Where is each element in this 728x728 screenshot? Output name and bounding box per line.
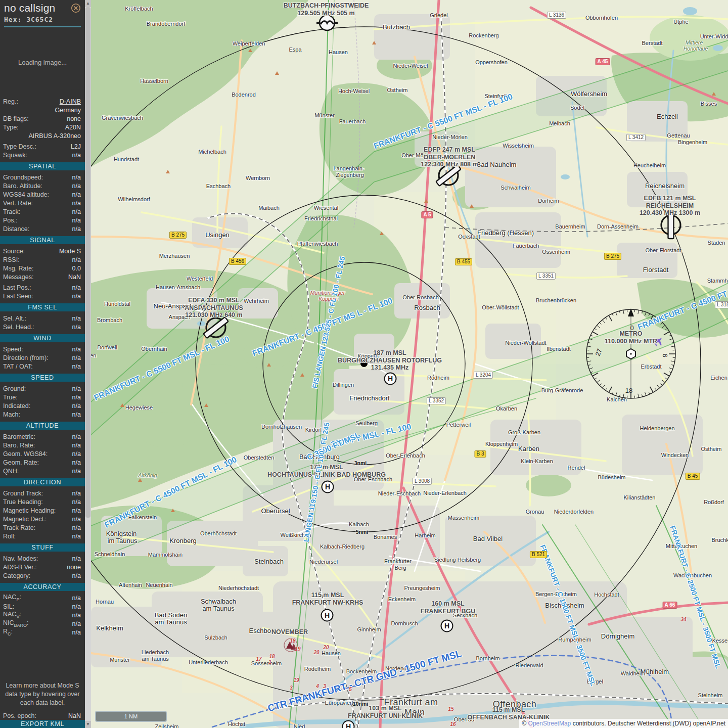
info-row: SIL:n/a: [0, 602, 85, 611]
info-value: n/a: [72, 468, 81, 475]
section-header-accuracy: ACCURACY: [0, 583, 85, 591]
info-row: Vert. Rate:n/a: [0, 199, 85, 207]
export-kml-button[interactable]: EXPORT KML: [0, 720, 85, 728]
photo-loading-text: Loading image...: [18, 59, 67, 66]
info-label: Track:: [3, 208, 20, 215]
info-label: ADS-B Ver.:: [3, 564, 37, 571]
map-canvas[interactable]: H: [91, 0, 728, 728]
info-label: Groundspeed:: [3, 174, 43, 181]
mode-s-note: Learn more about Mode S data type by hov…: [2, 681, 83, 707]
info-value: n/a: [72, 225, 81, 233]
info-label: True Heading:: [3, 498, 43, 506]
info-label: Nav. Modes:: [3, 555, 38, 562]
info-label: Magnetic Decl.:: [3, 516, 47, 523]
attribution-osm-link[interactable]: OpenStreetMap: [528, 720, 571, 727]
info-row: Distance:n/a: [0, 224, 85, 233]
flight-tracker-app: no callsign Hex: 3C65C2 Loading image...…: [0, 0, 728, 728]
info-value: NaN: [68, 274, 81, 281]
info-value: n/a: [72, 459, 81, 466]
attribution-copyright: ©: [522, 720, 528, 727]
info-row: Baro. Altitude:n/a: [0, 181, 85, 190]
heli-icon: [385, 373, 396, 385]
info-value: n/a: [72, 191, 81, 198]
info-row: Roll:n/a: [0, 532, 85, 540]
section-header-direction: DIRECTION: [0, 478, 85, 486]
info-value-link[interactable]: D-AINB: [60, 98, 81, 105]
info-row: Ground Track:n/a: [0, 489, 85, 497]
info-label: NACV:: [3, 611, 21, 619]
info-label: Sel. Head.:: [3, 324, 34, 331]
info-value: A20N: [65, 124, 81, 131]
info-label: RC:: [3, 628, 13, 636]
info-row: Ground:n/a: [0, 384, 85, 393]
info-value: AIRBUS A-320neo: [28, 132, 81, 140]
section-header-signal: SIGNAL: [0, 236, 85, 244]
map-attribution: © OpenStreetMap contributors. Deutscher …: [519, 719, 728, 728]
info-value: n/a: [72, 174, 81, 181]
info-label: Pos.:: [3, 217, 18, 224]
sidebar-footer: Learn more about Mode S data type by hov…: [0, 676, 85, 728]
info-value: n/a: [72, 324, 81, 331]
info-label: Barometric:: [3, 433, 35, 440]
info-row: AIRBUS A-320neo: [0, 131, 85, 140]
info-label: Baro. Rate:: [3, 442, 35, 449]
aircraft-photo-placeholder: Loading image...: [0, 27, 85, 97]
map-base: H: [91, 0, 728, 728]
info-value: n/a: [72, 402, 81, 410]
info-row: Messages:NaN: [0, 272, 85, 281]
info-value: none: [67, 115, 81, 122]
info-value: Mode S: [59, 248, 81, 255]
info-label: Reg.:: [3, 98, 18, 105]
info-row: Speed:n/a: [0, 345, 85, 353]
info-value: n/a: [72, 256, 81, 263]
info-row: RC:n/a: [0, 628, 85, 636]
info-row: Direction (from):n/a: [0, 353, 85, 362]
info-label: Source:: [3, 248, 25, 255]
info-label: NACP:: [3, 594, 21, 602]
info-value: n/a: [72, 498, 81, 506]
info-label: Distance:: [3, 225, 29, 233]
info-value: n/a: [72, 152, 81, 159]
info-row: Nav. Modes:n/a: [0, 554, 85, 563]
info-row: Track:n/a: [0, 207, 85, 216]
info-row: Msg. Rate:0.0: [0, 264, 85, 272]
info-value: L2J: [71, 143, 81, 150]
info-label: Category:: [3, 572, 30, 579]
info-value: n/a: [72, 524, 81, 531]
info-value: n/a: [72, 533, 81, 540]
info-label: Speed:: [3, 346, 23, 353]
heli-icon: [322, 481, 334, 493]
info-value: n/a: [72, 217, 81, 224]
info-row: Indicated:n/a: [0, 401, 85, 410]
info-row: Magnetic Heading:n/a: [0, 506, 85, 515]
info-value: n/a: [72, 555, 81, 562]
aircraft-info-sidebar: no callsign Hex: 3C65C2 Loading image...…: [0, 0, 91, 728]
info-value: n/a: [72, 629, 81, 636]
vor-icon: [626, 349, 635, 359]
info-value: n/a: [72, 620, 81, 627]
info-row: Category:n/a: [0, 571, 85, 580]
map-scale-label: 1 NM: [124, 713, 138, 719]
info-value: n/a: [72, 208, 81, 215]
info-row: Sel. Alt.:n/a: [0, 314, 85, 323]
scroll-up-icon[interactable]: ▲: [85, 0, 91, 7]
sidebar-scrollbar[interactable]: ▲ ▼: [85, 0, 91, 728]
info-row: Type Desc.:L2J: [0, 142, 85, 151]
section-header-fms-sel: FMS SEL: [0, 303, 85, 311]
info-row: Squawk:n/a: [0, 151, 85, 159]
pos-epoch-label: Pos. epoch:: [3, 712, 36, 719]
info-value: none: [67, 564, 81, 571]
info-label: SIL:: [3, 603, 14, 610]
info-value: n/a: [72, 516, 81, 523]
scroll-down-icon[interactable]: ▼: [85, 721, 91, 728]
close-icon[interactable]: [71, 3, 81, 13]
info-label: Ground Track:: [3, 490, 43, 497]
info-label: QNH:: [3, 468, 19, 475]
hex-code: Hex: 3C65C2: [4, 16, 81, 23]
scrollbar-thumb[interactable]: [85, 7, 90, 518]
info-row: QNH:n/a: [0, 467, 85, 475]
info-value: n/a: [72, 507, 81, 514]
info-label: TAT / OAT:: [3, 363, 33, 370]
info-label: Squawk:: [3, 152, 27, 159]
section-header-altitude: ALTITUDE: [0, 422, 85, 430]
